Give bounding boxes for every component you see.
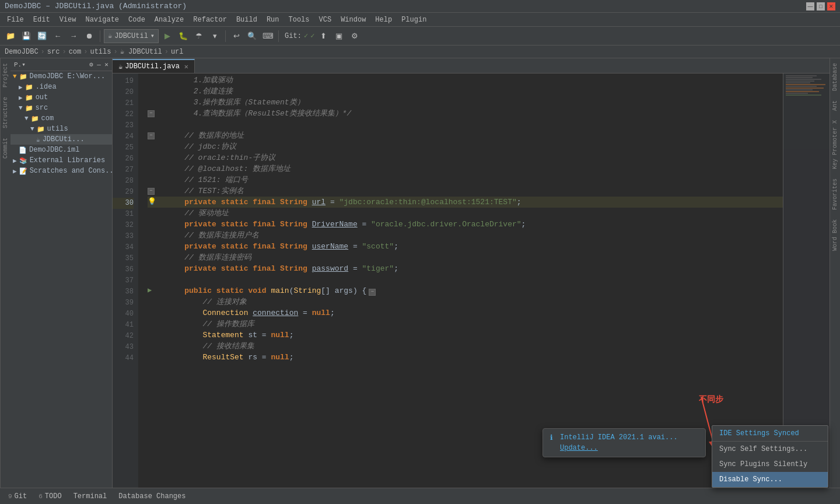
menu-navigate[interactable]: Navigate <box>80 15 124 25</box>
tree-label: DemoJDBC.iml <box>29 146 79 154</box>
toolbar-undo[interactable]: ↩ <box>229 29 243 43</box>
tab-label: JDBCUtil.java <box>125 62 180 71</box>
notification-update-link[interactable]: Update... <box>560 444 598 452</box>
sidebar-label-database[interactable]: Database <box>831 58 839 96</box>
ctx-menu-sync-self[interactable]: Sync Self Settings... <box>712 442 828 457</box>
run-gutter-icon[interactable]: ▶ <box>148 285 152 296</box>
menu-view[interactable]: View <box>55 15 81 25</box>
tab-icon: ☕ <box>118 62 123 71</box>
line-text: ResultSet rs = null; <box>166 352 293 363</box>
more-run-options[interactable]: ▾ <box>208 29 222 43</box>
fold-inline[interactable]: − <box>369 285 376 296</box>
notification-title: IntelliJ IDEA 2021.1 avai... <box>560 433 678 442</box>
toolbar-terminal[interactable]: ▣ <box>332 29 346 43</box>
tree-item-iml[interactable]: 📄 DemoJDBC.iml <box>10 145 112 155</box>
menu-run[interactable]: Run <box>262 15 284 25</box>
gutter-38: ▶ <box>148 285 166 296</box>
fold-button-24[interactable]: − <box>148 132 155 139</box>
tree-label: JDBCUti... <box>43 135 85 144</box>
menu-edit[interactable]: Edit <box>29 15 55 25</box>
tree-item-com[interactable]: ▼ 📁 com <box>10 113 112 124</box>
toolbar-sync[interactable]: 🔄 <box>35 29 49 43</box>
sidebar-label-project[interactable]: Project <box>1 58 10 92</box>
toolbar-settings[interactable]: ⚙ <box>348 29 362 43</box>
tree-item-out[interactable]: ▶ 📁 out <box>10 92 112 103</box>
project-panel: P.▾ ⚙ — ✕ ▼ 📁 DemoJDBC E:\Wor... ▶ 📁 .id… <box>10 58 113 488</box>
maximize-button[interactable]: □ <box>817 2 825 10</box>
toolbar-search[interactable]: 🔍 <box>245 29 259 43</box>
fold-button-22[interactable]: − <box>148 110 155 117</box>
toolbar-open-file[interactable]: 📁 <box>4 29 18 43</box>
code-line-37 <box>148 274 783 285</box>
breadcrumb-item-utils[interactable]: utils <box>90 48 111 56</box>
tree-item-demojdbc[interactable]: ▼ 📁 DemoJDBC E:\Wor... <box>10 71 112 82</box>
tree-label: src <box>36 104 48 112</box>
sidebar-label-wordbook[interactable]: Word Book <box>831 215 839 256</box>
sidebar-label-structure[interactable]: Structure <box>1 92 10 133</box>
folder-expand-icon: ▼ <box>19 104 23 111</box>
sidebar-label-ant[interactable]: Ant <box>831 96 839 116</box>
breadcrumb-item-url[interactable]: url <box>171 48 184 56</box>
fold-button-29[interactable]: − <box>148 188 155 195</box>
app-title: DemoJDBC – JDBCUtil.java (Administrator) <box>5 2 187 10</box>
sidebar-label-keypromoter[interactable]: Key Promoter X <box>831 116 839 174</box>
scratches-icon: 📝 <box>19 167 27 175</box>
bottom-tab-db-changes[interactable]: Database Changes <box>114 490 190 503</box>
breadcrumb-sep5: › <box>164 48 169 56</box>
vcs-update[interactable]: ⬆ <box>316 29 330 43</box>
menu-tools[interactable]: Tools <box>284 15 314 25</box>
minimize-button[interactable]: — <box>806 2 814 10</box>
close-button[interactable]: ✕ <box>827 2 835 10</box>
sidebar-label-commit[interactable]: Commit <box>1 133 10 163</box>
bottom-tab-todo[interactable]: 6 TODO <box>34 490 66 503</box>
tree-item-src[interactable]: ▼ 📁 src <box>10 103 112 113</box>
tree-item-jdbcutil[interactable]: ☕ JDBCUti... <box>10 134 112 145</box>
run-with-coverage[interactable]: ☂ <box>192 29 206 43</box>
breadcrumb-item-com[interactable]: com <box>69 48 82 56</box>
code-line-22: − 4.查询数据库（ResultSet类接收结果集）*/ <box>148 108 783 119</box>
project-panel-controls[interactable]: ⚙ — ✕ <box>89 61 108 68</box>
line-numbers: 19202122 23242526 272829 30 31323334 353… <box>113 74 138 488</box>
tree-item-utils[interactable]: ▼ 📁 utils <box>10 124 112 134</box>
menu-file[interactable]: File <box>2 15 29 25</box>
menu-analyze[interactable]: Analyze <box>150 15 188 25</box>
ctx-menu-label: Disable Sync... <box>719 475 782 484</box>
run-config-dropdown[interactable]: ☕ JDBCUtil ▾ <box>104 29 159 43</box>
menu-help[interactable]: Help <box>370 15 397 25</box>
line-text: // @localhost: 数据库地址 <box>166 163 290 174</box>
tree-item-external[interactable]: ▶ 📚 External Libraries <box>10 155 112 166</box>
code-line-38: ▶ public static void main(String[] args)… <box>148 285 783 296</box>
menu-window[interactable]: Window <box>336 15 370 25</box>
sidebar-label-favorites[interactable]: Favorites <box>831 174 839 215</box>
menu-plugin[interactable]: Plugin <box>397 15 431 25</box>
menu-vcs[interactable]: VCS <box>314 15 337 25</box>
toolbar-sep1 <box>100 30 100 42</box>
ctx-menu-disable-sync[interactable]: Disable Sync... <box>712 472 828 487</box>
tree-label: External Libraries <box>30 156 106 164</box>
left-panel-labels: Project Structure Commit <box>0 58 10 488</box>
breadcrumb-item-jdbcutil[interactable]: ☕ JDBCUtil <box>120 47 162 56</box>
debug-button[interactable]: 🐛 <box>176 29 190 43</box>
ctx-menu-sync-plugins[interactable]: Sync Plugins Silently <box>712 457 828 472</box>
tree-item-scratches[interactable]: ▶ 📝 Scratches and Cons... <box>10 166 112 176</box>
toolbar-back[interactable]: ← <box>51 29 65 43</box>
tab-close[interactable]: ✕ <box>184 62 188 71</box>
dropdown-arrow: ▾ <box>150 32 155 40</box>
toolbar-forward[interactable]: → <box>66 29 80 43</box>
breadcrumb-item-src[interactable]: src <box>47 48 60 56</box>
menu-code[interactable]: Code <box>124 15 150 25</box>
breadcrumb-item-demojdbc[interactable]: DemoJDBC <box>5 48 38 56</box>
toolbar-save[interactable]: 💾 <box>19 29 33 43</box>
tree-item-idea[interactable]: ▶ 📁 .idea <box>10 82 112 92</box>
editor-tab-jdbcutil[interactable]: ☕ JDBCUtil.java ✕ <box>113 59 195 73</box>
toolbar-find-usages[interactable]: ⌨ <box>261 29 275 43</box>
bottom-tab-terminal[interactable]: Terminal <box>69 490 112 503</box>
run-button[interactable]: ▶ <box>160 29 174 43</box>
bottom-tab-git[interactable]: 9 Git <box>4 490 32 503</box>
code-line-28: // 1521: 端口号 <box>148 174 783 186</box>
code-content[interactable]: · 1.加载驱动 2.创建连接 3.操作数据库（Statement类） <box>138 74 783 488</box>
menu-refactor[interactable]: Refactor <box>188 15 232 25</box>
toolbar-recent[interactable]: ⏺ <box>82 29 96 43</box>
bulb-icon[interactable]: 💡 <box>148 197 156 208</box>
menu-build[interactable]: Build <box>232 15 262 25</box>
